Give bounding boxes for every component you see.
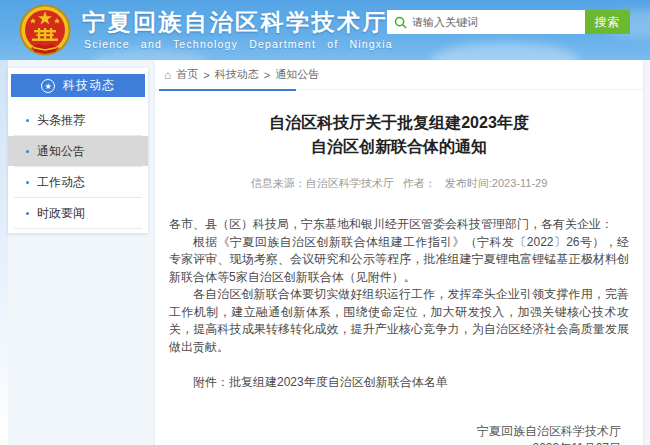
national-emblem-icon <box>19 4 71 56</box>
paragraph: 各自治区创新联合体要切实做好组织运行工作，发挥牵头企业引领支撑作用，完善工作机制… <box>169 286 629 356</box>
paragraph: 各市、县（区）科技局，宁东基地和银川经开区管委会科技管理部门，各有关企业： <box>169 216 629 234</box>
breadcrumb-current: 通知公告 <box>275 67 319 82</box>
site-header: 宁夏回族自治区科学技术厅 Science and Technology Depa… <box>0 0 650 60</box>
search-button[interactable]: 搜索 <box>585 10 630 34</box>
signature-department: 宁夏回族自治区科学技术厅 <box>169 423 621 440</box>
sidebar-item-label: 时政要闻 <box>37 206 85 220</box>
home-icon: ⌂ <box>164 69 171 81</box>
breadcrumb-section[interactable]: 科技动态 <box>215 67 259 82</box>
search-input-wrap <box>387 10 585 34</box>
article-title-line2: 自治区创新联合体的通知 <box>169 135 629 159</box>
search-icon <box>394 16 407 29</box>
breadcrumb-home[interactable]: 首页 <box>176 67 198 82</box>
article-title-line1: 自治区科技厅关于批复组建2023年度 <box>169 111 629 135</box>
article-meta: 信息来源：自治区科学技术厅 作者： 发布时间:2023-11-29 <box>169 176 629 191</box>
sidebar-item-work-trends[interactable]: 工作动态 <box>8 167 148 197</box>
divider <box>14 228 142 229</box>
site-subtitle: Science and Technology Department of Nin… <box>84 38 393 50</box>
breadcrumb: ⌂ 首页 > 科技动态 > 通知公告 <box>155 60 643 90</box>
signature-date: 2023年11月27日 <box>169 440 621 445</box>
breadcrumb-accent-line <box>159 89 296 91</box>
article: 自治区科技厅关于批复组建2023年度 自治区创新联合体的通知 信息来源：自治区科… <box>155 111 643 445</box>
bullet-dot-icon <box>26 181 29 184</box>
sidebar-header: ★ 科技动态 <box>11 74 145 97</box>
sidebar-item-headlines[interactable]: 头条推荐 <box>8 105 148 135</box>
sidebar-item-label: 头条推荐 <box>37 113 85 127</box>
search-box: 搜索 <box>387 10 630 34</box>
bullet-dot-icon <box>26 150 29 153</box>
page-body: ★ 科技动态 头条推荐 通知公告 工作动态 时政要闻 <box>0 60 650 445</box>
sidebar-item-notices[interactable]: 通知公告 <box>8 136 148 166</box>
sidebar-item-label: 通知公告 <box>37 144 85 158</box>
attachment-line: 附件：批复组建2023年度自治区创新联合体名单 <box>169 374 629 391</box>
breadcrumb-separator: > <box>203 69 209 81</box>
meta-author: 作者： <box>403 177 436 189</box>
paragraph: 根据《宁夏回族自治区创新联合体组建工作指引》（宁科发〔2022〕26号），经专家… <box>169 234 629 287</box>
sidebar: ★ 科技动态 头条推荐 通知公告 工作动态 时政要闻 <box>8 68 148 233</box>
article-body: 各市、县（区）科技局，宁东基地和银川经开区管委会科技管理部门，各有关企业： 根据… <box>169 216 629 356</box>
left-gradient-decoration <box>0 60 8 445</box>
breadcrumb-separator: > <box>264 69 270 81</box>
bullet-dot-icon <box>26 212 29 215</box>
signature-block: 宁夏回族自治区科学技术厅 2023年11月27日 <box>169 423 629 445</box>
sidebar-item-political-news[interactable]: 时政要闻 <box>8 198 148 228</box>
main-content: ⌂ 首页 > 科技动态 > 通知公告 自治区科技厅关于批复组建2023年度 自治… <box>155 60 643 445</box>
bullet-dot-icon <box>26 119 29 122</box>
sidebar-title: 科技动态 <box>63 77 115 94</box>
article-title: 自治区科技厅关于批复组建2023年度 自治区创新联合体的通知 <box>169 111 629 159</box>
cloud-decoration <box>430 42 580 60</box>
sidebar-menu: 头条推荐 通知公告 工作动态 时政要闻 <box>8 105 148 229</box>
search-input[interactable] <box>412 16 585 28</box>
sidebar-item-label: 工作动态 <box>37 175 85 189</box>
site-title: 宁夏回族自治区科学技术厅 <box>82 7 388 38</box>
meta-source: 信息来源：自治区科学技术厅 <box>251 177 394 189</box>
star-circle-icon: ★ <box>41 79 55 93</box>
meta-publish-date: 发布时间:2023-11-29 <box>445 177 548 189</box>
